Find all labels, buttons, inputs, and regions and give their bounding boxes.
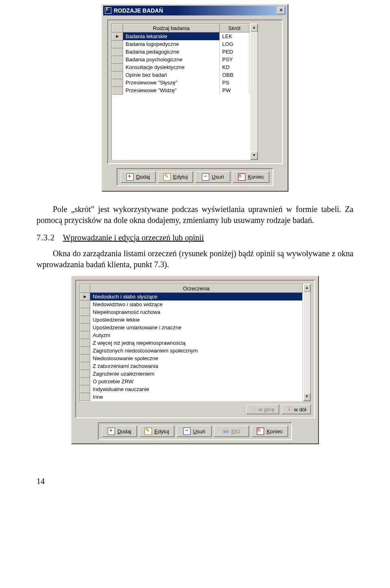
move-up-button[interactable]: w górę (246, 404, 279, 414)
scroll-down-icon[interactable]: ▾ (250, 152, 258, 160)
exit-icon (257, 428, 264, 435)
scroll-up-icon[interactable]: ▴ (303, 284, 310, 292)
cell-skrot[interactable]: PED (220, 48, 249, 56)
cell-orzeczenie[interactable]: Autyzm (90, 331, 303, 339)
table-row[interactable]: Zagrożonych niedostosowaniem społecznym (80, 347, 303, 355)
table-row[interactable]: ►Badania lekarskieLEK (112, 32, 249, 41)
cell-rodzaj[interactable]: Konsultacje dyslektyczne (123, 63, 220, 71)
close-button[interactable]: Koniec (233, 171, 269, 183)
table-row[interactable]: Autyzm (80, 331, 303, 339)
scroll-down-icon[interactable]: ▾ (303, 393, 310, 401)
table-row[interactable]: Niedostosowanie społeczne (80, 355, 303, 362)
edit-icon (163, 173, 171, 181)
table-row[interactable]: O potrzebie ZRW (80, 378, 303, 385)
cell-skrot[interactable]: PSY (220, 56, 249, 63)
grid-orzeczenia[interactable]: Orzeczenia ►Niedosłuch i słabo słysząceN… (80, 284, 303, 401)
row-marker (80, 347, 90, 355)
cell-rodzaj[interactable]: Badania logopedyczne (123, 40, 220, 48)
add-button[interactable]: Dodaj (102, 426, 137, 437)
row-marker (80, 331, 90, 339)
table-row[interactable]: Upośledzenie umiarkowane i znaczne (80, 324, 303, 331)
table-row[interactable]: Opinie bez badańOBB (112, 71, 249, 79)
cell-skrot[interactable]: KD (220, 63, 249, 71)
table-row[interactable]: Niepełnosprawność ruchowa (80, 308, 303, 316)
cell-orzeczenie[interactable]: Upośledzenie umiarkowane i znaczne (90, 324, 303, 331)
edit-button[interactable]: Edytuj (139, 426, 174, 437)
close-icon[interactable]: × (277, 7, 285, 14)
col-header-skrot[interactable]: Skrót (220, 24, 249, 32)
cell-orzeczenie[interactable]: Upośledzenie lekkie (90, 316, 303, 324)
cell-orzeczenie[interactable]: Niepełnosprawność ruchowa (90, 308, 303, 316)
table-row[interactable]: Niedowidztwo i słabo widzące (80, 300, 303, 308)
sio-button[interactable]: sioSIO (214, 426, 249, 437)
cell-rodzaj[interactable]: Przesiewowe "Słyszę" (123, 79, 220, 86)
table-row[interactable]: Przesiewowe "Widzę"PW (112, 86, 249, 94)
cell-orzeczenie[interactable]: Inne (90, 393, 303, 401)
cell-rodzaj[interactable]: Badania lekarskie (123, 32, 220, 41)
cell-orzeczenie[interactable]: Niedowidztwo i słabo widzące (90, 300, 303, 308)
cell-rodzaj[interactable]: Przesiewowe "Widzę" (123, 86, 220, 94)
row-marker (80, 370, 90, 378)
cell-skrot[interactable]: PW (220, 86, 249, 94)
scrollbar-vertical[interactable]: ▴ ▾ (303, 284, 311, 402)
table-row[interactable]: Inne (80, 393, 303, 401)
add-button[interactable]: Dodaj (121, 171, 156, 183)
row-marker (80, 362, 90, 370)
row-marker (112, 63, 123, 71)
row-marker: ► (80, 292, 90, 300)
grid-rodzaje[interactable]: Rodzaj badania Skrót ►Badania lekarskieL… (112, 24, 249, 95)
cell-orzeczenie[interactable]: Z więcej niż jedną niepełnosprawnością (90, 339, 303, 347)
row-marker (112, 40, 123, 48)
app-icon (105, 7, 111, 14)
cell-orzeczenie[interactable]: Zagrożenie uzależnieniem (90, 370, 303, 378)
row-marker (80, 300, 90, 308)
row-marker (112, 48, 123, 56)
move-down-button[interactable]: w dół (282, 404, 311, 414)
row-marker (80, 339, 90, 347)
row-marker (80, 393, 90, 401)
table-row[interactable]: Konsultacje dyslektyczneKD (112, 63, 249, 71)
row-marker (112, 86, 123, 94)
arrow-up-icon (251, 406, 257, 413)
table-row[interactable]: Upośledzenie lekkie (80, 316, 303, 324)
cell-skrot[interactable]: OBB (220, 71, 249, 79)
close-button[interactable]: Koniec (251, 426, 288, 437)
table-row[interactable]: Badania psychologicznePSY (112, 56, 249, 63)
delete-icon (183, 428, 191, 435)
cell-orzeczenie[interactable]: Zagrożonych niedostosowaniem społecznym (90, 347, 303, 355)
scrollbar-vertical[interactable]: ▴ ▾ (250, 24, 258, 160)
window-rodzaje-badan: RODZAJE BADAŃ × Rodzaj badania Skrót (102, 4, 288, 192)
cell-skrot[interactable]: PS (220, 79, 249, 86)
table-row[interactable]: Zagrożenie uzależnieniem (80, 370, 303, 378)
cell-orzeczenie[interactable]: O potrzebie ZRW (90, 378, 303, 385)
paragraph: Okna do zarządzania listami orzeczeń (ry… (37, 248, 353, 270)
cell-skrot[interactable]: LEK (220, 32, 249, 41)
col-header-orzeczenia[interactable]: Orzeczenia (90, 284, 303, 292)
edit-button[interactable]: Edytuj (158, 171, 193, 183)
table-row[interactable]: Z więcej niż jedną niepełnosprawnością (80, 339, 303, 347)
edit-icon (145, 428, 152, 435)
cell-orzeczenie[interactable]: Niedosłuch i słabo słyszące (90, 292, 303, 300)
delete-button[interactable]: Usuń (195, 171, 230, 183)
add-icon (108, 428, 115, 435)
col-header-rodzaj[interactable]: Rodzaj badania (123, 24, 220, 32)
delete-button[interactable]: Usuń (177, 426, 212, 437)
row-marker (80, 355, 90, 362)
table-row[interactable]: ►Niedosłuch i słabo słyszące (80, 292, 303, 300)
scroll-up-icon[interactable]: ▴ (250, 24, 258, 32)
cell-skrot[interactable]: LOG (220, 40, 249, 48)
cell-rodzaj[interactable]: Badania pedagogiczne (123, 48, 220, 56)
table-row[interactable]: Z zaburzeniami zachowania (80, 362, 303, 370)
cell-rodzaj[interactable]: Opinie bez badań (123, 71, 220, 79)
cell-rodzaj[interactable]: Badania psychologiczne (123, 56, 220, 63)
row-marker (112, 79, 123, 86)
cell-orzeczenie[interactable]: Indywidualne nauczanie (90, 385, 303, 393)
cell-orzeczenie[interactable]: Niedostosowanie społeczne (90, 355, 303, 362)
table-row[interactable]: Badania logopedyczneLOG (112, 40, 249, 48)
table-row[interactable]: Badania pedagogicznePED (112, 48, 249, 56)
titlebar[interactable]: RODZAJE BADAŃ × (103, 6, 287, 15)
table-row[interactable]: Przesiewowe "Słyszę"PS (112, 79, 249, 86)
sio-icon: sio (223, 429, 229, 434)
table-row[interactable]: Indywidualne nauczanie (80, 385, 303, 393)
cell-orzeczenie[interactable]: Z zaburzeniami zachowania (90, 362, 303, 370)
